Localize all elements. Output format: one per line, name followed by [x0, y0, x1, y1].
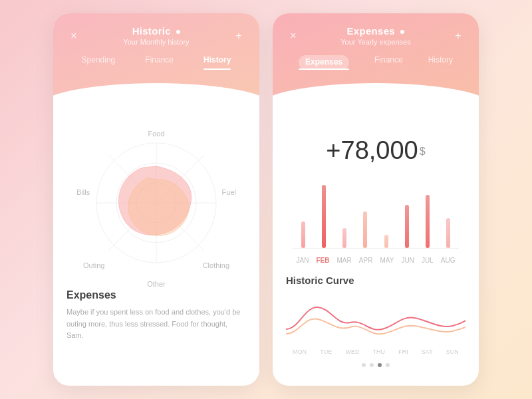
bar-apr-rect: [363, 211, 367, 248]
right-tabs: Expenses Finance History: [286, 55, 466, 70]
right-body: +78,000$: [273, 110, 479, 386]
pagination-dot-2[interactable]: [370, 363, 374, 367]
line-chart-svg: [286, 293, 466, 346]
pagination: [286, 363, 466, 367]
line-labels: MON TUE WED THU FRI SAT SUN: [286, 348, 466, 355]
tab-expenses[interactable]: Expenses: [299, 55, 349, 70]
left-close-button[interactable]: ×: [66, 29, 81, 43]
line-chart-title: Historic Curve: [286, 275, 466, 286]
left-plus-button[interactable]: +: [231, 29, 246, 43]
left-header-top: × Historic Your Monthly history +: [66, 25, 246, 46]
label-thu: THU: [373, 348, 386, 355]
radar-label-food: Food: [148, 130, 164, 138]
radar-label-clothing: Clothing: [203, 261, 229, 269]
right-title-area: Expenses Your Yearly expenses: [340, 25, 410, 46]
bar-aug-rect: [446, 218, 450, 248]
radar-chart: Food Bills Fuel Outing Clothing Other: [83, 130, 229, 276]
bar-jun-rect: [405, 205, 409, 248]
label-wed: WED: [345, 348, 359, 355]
line-chart-section: Historic Curve MON TUE WED THU FRI SAT S…: [286, 275, 466, 355]
expenses-description: Maybe if you spent less on food and clot…: [66, 307, 246, 342]
tab-history[interactable]: History: [203, 55, 231, 70]
month-labels: JAN FEB MAR APR MAY JUN JUL AUG: [293, 253, 459, 264]
bar-chart: JAN FEB MAR APR MAY JUN JUL AUG: [286, 176, 466, 264]
label-sat: SAT: [422, 348, 433, 355]
left-header: × Historic Your Monthly history + Spendi…: [53, 13, 259, 110]
bar-may-rect: [384, 235, 388, 248]
radar-label-fuel: Fuel: [222, 188, 236, 196]
amount-value: +78,000: [326, 136, 418, 164]
label-sun: SUN: [446, 348, 459, 355]
left-body: Food Bills Fuel Outing Clothing Other: [53, 110, 259, 386]
bar-mar-rect: [342, 228, 346, 248]
left-title: Historic: [123, 25, 189, 37]
bar-jul-rect: [426, 195, 430, 248]
right-title: Expenses: [340, 25, 410, 37]
label-jan: JAN: [297, 257, 309, 264]
pagination-dot-4[interactable]: [386, 363, 390, 367]
tab-spending[interactable]: Spending: [82, 55, 116, 70]
pagination-dot-1[interactable]: [362, 363, 366, 367]
left-subtitle: Your Monthly history: [123, 38, 189, 46]
bar-jun: [405, 205, 409, 248]
label-mon: MON: [293, 348, 307, 355]
label-jul: JUL: [422, 257, 434, 264]
label-fri: FRI: [398, 348, 408, 355]
label-may: MAY: [380, 257, 394, 264]
right-plus-button[interactable]: +: [451, 29, 466, 43]
radar-svg: [83, 130, 229, 276]
tab-history-right[interactable]: History: [428, 55, 453, 70]
tab-finance[interactable]: Finance: [145, 55, 174, 70]
label-mar: MAR: [337, 257, 352, 264]
label-feb: FEB: [316, 257, 329, 264]
label-tue: TUE: [320, 348, 332, 355]
label-jun: JUN: [401, 257, 414, 264]
left-card: × Historic Your Monthly history + Spendi…: [53, 13, 259, 386]
label-aug: AUG: [441, 257, 456, 264]
bar-mar: [342, 228, 346, 248]
bars-area: [293, 176, 459, 249]
amount-display: +78,000$: [286, 136, 466, 165]
right-header-top: × Expenses Your Yearly expenses +: [286, 25, 466, 46]
bar-may: [384, 235, 388, 248]
title-dot: [176, 30, 180, 34]
right-header: × Expenses Your Yearly expenses + Expens…: [273, 13, 479, 110]
tab-finance-right[interactable]: Finance: [374, 55, 403, 70]
right-title-dot: [400, 30, 404, 34]
left-tabs: Spending Finance History: [66, 55, 246, 70]
label-apr: APR: [359, 257, 373, 264]
pagination-dot-3[interactable]: [378, 363, 382, 367]
bar-jan-rect: [301, 221, 305, 248]
bar-feb: [322, 185, 326, 248]
bar-apr: [363, 211, 367, 248]
radar-label-bills: Bills: [76, 188, 90, 196]
right-close-button[interactable]: ×: [286, 29, 301, 43]
bar-jul: [426, 195, 430, 248]
expenses-title: Expenses: [66, 289, 246, 301]
bar-aug: [446, 218, 450, 248]
amount-currency: $: [420, 146, 426, 157]
line-chart-area: [286, 293, 466, 346]
bar-feb-rect: [322, 185, 326, 248]
bar-jan: [301, 221, 305, 248]
radar-label-other: Other: [147, 280, 166, 288]
right-subtitle: Your Yearly expenses: [340, 38, 410, 46]
right-card: × Expenses Your Yearly expenses + Expens…: [273, 13, 479, 386]
radar-label-outing: Outing: [83, 261, 104, 269]
left-title-area: Historic Your Monthly history: [123, 25, 189, 46]
expenses-section: Expenses Maybe if you spent less on food…: [66, 289, 246, 342]
